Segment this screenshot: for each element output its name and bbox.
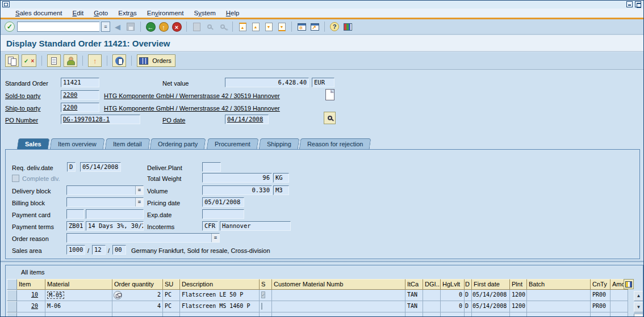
print-icon[interactable] [191,21,202,32]
search-button[interactable] [324,112,336,124]
cell-itca[interactable]: TAN [405,301,423,312]
header-details-button[interactable] [47,54,61,67]
col-batch[interactable]: Batch [527,279,591,290]
splitter-divider[interactable] [1,261,643,263]
tab-item-detail[interactable]: Item detail [104,138,150,150]
col-material[interactable]: Material [45,279,112,290]
cell-cnty[interactable]: PR00 [591,290,610,301]
ship-to-party-label[interactable]: Ship-to party [5,104,40,113]
cell-cnty[interactable]: PR00 [591,301,610,312]
col-item[interactable]: Item [17,279,45,290]
table-config-icon[interactable] [624,279,634,289]
orders-button[interactable]: Orders [137,54,175,67]
cell-material[interactable]: M-05 [45,290,112,301]
col-cnty[interactable]: CnTy [591,279,610,290]
col-description[interactable]: Description [180,279,260,290]
save-icon[interactable] [125,21,136,32]
req-deliv-date-field[interactable]: 05/14/2008 [80,162,121,172]
menu-extras[interactable]: Extras [118,10,137,16]
col-hglvlt[interactable]: HgLvlt [441,279,465,290]
cell-s[interactable] [260,290,272,301]
cell-batch[interactable] [527,301,591,312]
cell-dgi[interactable] [423,290,441,301]
copy-document-button[interactable] [5,54,19,67]
req-deliv-date-type-field[interactable]: D [67,162,76,172]
create-shortcut-icon[interactable]: ↗ [309,21,320,32]
cell-dgi[interactable] [423,301,441,312]
help-icon[interactable]: ? [329,21,340,32]
complete-dlv-checkbox[interactable] [12,175,19,182]
col-d[interactable]: D [465,279,472,290]
po-date-label[interactable]: PO date [162,116,185,125]
ship-to-party-field[interactable]: 2200 [61,103,99,112]
status-overview-button[interactable]: ✓× [22,54,36,67]
payment-card-number-field[interactable] [86,209,144,219]
availability-button[interactable]: ↑ [88,54,102,67]
customize-layout-icon[interactable] [342,21,353,32]
col-order-quantity[interactable]: Order quantity [112,279,163,290]
menu-edit[interactable]: Edit [72,10,83,16]
tab-sales[interactable]: Sales [17,138,50,150]
cell-amou[interactable] [610,290,628,301]
previous-page-icon[interactable]: ▲ [250,21,261,32]
billing-block-field[interactable]: ≡ [66,197,144,207]
command-input[interactable] [17,22,99,32]
row-selector[interactable] [7,312,17,317]
incoterms-code-field[interactable]: CFR [202,221,218,231]
exit-button[interactable]: ↑ [158,21,169,32]
cell-plnt[interactable]: 1200 [510,290,527,301]
distribution-channel-field[interactable]: 12 [92,245,106,255]
tab-item-overview[interactable]: Item overview [49,138,104,150]
cell-material[interactable]: M-06 [45,301,112,312]
cell-item[interactable]: 10 [17,290,45,301]
command-history-icon[interactable]: ≡ [101,22,110,32]
cell-description[interactable]: Flatscreen MS 1460 P [180,301,260,312]
pricing-date-field[interactable]: 05/01/2008 [202,197,244,207]
find-next-icon[interactable]: + [217,21,228,32]
row-selector[interactable] [7,290,17,301]
cell-item[interactable]: 20 [17,301,45,312]
back-nav-icon[interactable]: ◀ [112,21,123,32]
payment-terms-code-field[interactable]: ZB01 [66,221,84,231]
cell-d[interactable]: D [465,301,472,312]
maximize-icon[interactable] [635,1,641,7]
cell-order-quantity[interactable]: 4 [112,301,163,312]
cell-batch[interactable] [527,290,591,301]
cell-su[interactable]: PC [163,290,180,301]
menu-environment[interactable]: Environment [147,10,184,16]
cell-su[interactable]: PC [163,301,180,312]
cell-customer-material[interactable] [272,290,405,301]
new-session-icon[interactable]: ✲ [296,21,307,32]
order-reason-field[interactable]: ≡ [66,233,220,243]
partner-button[interactable] [64,54,77,67]
select-all-header[interactable] [7,279,17,290]
menu-system[interactable]: System [194,10,215,16]
document-flow-button[interactable] [112,54,126,67]
col-s[interactable]: S [260,279,272,290]
col-itca[interactable]: ItCa [405,279,423,290]
scroll-down-button[interactable]: ▼ [634,302,643,312]
cell-hglvlt[interactable]: 0 [441,301,465,312]
exp-date-field[interactable] [202,209,244,219]
sold-to-party-text[interactable]: HTG Komponente GmbH / Wernerstrasse 42 /… [104,91,280,100]
delivery-block-field[interactable]: ≡ [66,185,144,195]
cell-customer-material[interactable] [272,301,405,312]
cell-order-quantity[interactable]: 2 [112,290,163,301]
menu-goto[interactable]: Goto [94,10,108,16]
deliver-plant-field[interactable] [202,162,221,172]
col-dgi[interactable]: DGI... [423,279,441,290]
cell-plnt[interactable]: 1200 [510,301,527,312]
cell-first-date[interactable]: 05/14/2008 [472,290,510,301]
cell-s[interactable] [260,301,272,312]
cell-amou[interactable] [610,301,628,312]
tab-procurement[interactable]: Procurement [206,138,258,150]
dropdown-icon[interactable]: ≡ [211,234,219,242]
col-plnt[interactable]: Plnt [510,279,527,290]
find-icon[interactable] [204,21,215,32]
s-checkbox[interactable] [261,291,265,298]
cell-first-date[interactable]: 05/14/2008 [472,301,510,312]
tab-shipping[interactable]: Shipping [258,138,299,150]
menu-sales-document[interactable]: Sales document [15,10,62,16]
s-checkbox[interactable] [261,303,262,310]
item-detail-popup-icon[interactable] [114,291,122,299]
